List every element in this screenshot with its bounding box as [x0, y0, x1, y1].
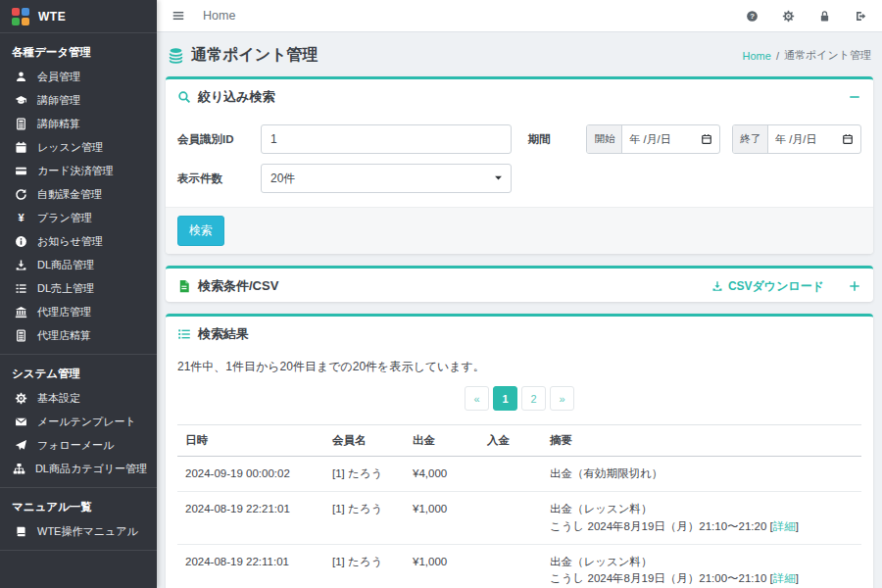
per-page-label: 表示件数: [177, 172, 261, 186]
sidebar-section: マニュアル一覧WTE操作マニュアル: [0, 488, 157, 551]
sidebar-item[interactable]: カード決済管理: [0, 159, 157, 182]
sidebar-item[interactable]: 講師精算: [0, 112, 157, 135]
sidebar-item-label: 講師精算: [37, 117, 80, 131]
lock-icon[interactable]: [818, 10, 831, 23]
cell-summary: 出金（レッスン料）こうし 2024年8月19日（月）21:00〜21:10 [詳…: [542, 544, 861, 588]
cell-deposit: [479, 544, 542, 588]
paper-plane-icon: [13, 439, 28, 452]
sidebar-item[interactable]: 代理店管理: [0, 300, 157, 323]
pagination: «12»: [177, 386, 861, 411]
sidebar-section-header: マニュアル一覧: [0, 491, 157, 519]
breadcrumb-separator: /: [776, 50, 779, 62]
csv-card-title: 検索条件/CSV: [198, 277, 278, 295]
sidebar-item[interactable]: 代理店精算: [0, 323, 157, 347]
sidebar-item[interactable]: DL商品カテゴリー管理: [0, 457, 157, 480]
topbar-home-link[interactable]: Home: [203, 9, 235, 23]
period-end-placeholder: 年 /月/日: [768, 125, 842, 153]
filter-row-1: 会員識別ID 期間 開始 年 /月/日 終了 年 /月/日: [177, 124, 861, 154]
sidebar-item[interactable]: 講師管理: [0, 88, 157, 112]
detail-link[interactable]: 詳細: [773, 520, 796, 532]
sidebar-item[interactable]: 基本設定: [0, 386, 157, 410]
pagination-page-2[interactable]: 2: [521, 386, 546, 411]
summary-line: 出金（レッスン料）: [550, 501, 854, 517]
calendar-small-icon[interactable]: [701, 125, 719, 153]
logout-icon[interactable]: [855, 10, 867, 23]
credit-card-icon: [13, 165, 28, 177]
csv-card-header: 検索条件/CSV CSVダウンロード: [166, 269, 873, 302]
page-title-text: 通常ポイント管理: [191, 45, 318, 66]
help-icon[interactable]: ?: [746, 10, 759, 23]
period-end-prefix: 終了: [733, 125, 768, 153]
hamburger-icon[interactable]: [172, 9, 185, 23]
cell-datetime: 2024-09-19 00:00:02: [177, 457, 324, 492]
minus-icon[interactable]: [848, 90, 861, 104]
cell-withdrawal: ¥1,000: [405, 544, 479, 588]
sidebar-section: システム管理基本設定メールテンプレートフォローメールDL商品カテゴリー管理: [0, 355, 157, 488]
cell-member: [1] たろう: [324, 492, 405, 545]
detail-link[interactable]: 詳細: [773, 572, 796, 584]
refresh-icon: [13, 188, 28, 201]
results-table-head: 日時会員名出金入金摘要: [177, 425, 861, 457]
sidebar-section-header: システム管理: [0, 358, 157, 386]
plus-icon[interactable]: [848, 279, 861, 293]
breadcrumb-current: 通常ポイント管理: [784, 48, 871, 63]
sidebar-item[interactable]: レッスン管理: [0, 135, 157, 159]
results-card-body: 21件中、1件目から20件目までの20件を表示しています。 «12» 日時会員名…: [166, 350, 873, 588]
filter-row-2: 表示件数 20件: [177, 164, 861, 193]
per-page-select[interactable]: 20件: [261, 164, 512, 193]
sidebar-item-label: 代理店精算: [37, 328, 91, 343]
search-button[interactable]: 検索: [177, 216, 224, 246]
breadcrumb-home-link[interactable]: Home: [743, 50, 771, 62]
sidebar-item-label: DL商品カテゴリー管理: [35, 462, 147, 476]
cell-datetime: 2024-08-19 22:21:01: [177, 492, 324, 545]
cell-withdrawal: ¥1,000: [405, 492, 479, 545]
sidebar-item[interactable]: DL商品管理: [0, 253, 157, 276]
gear-icon[interactable]: [782, 10, 795, 23]
summary-line: こうし 2024年8月19日（月）21:00〜21:10 [詳細]: [550, 570, 854, 587]
sidebar-item-label: 講師管理: [37, 93, 80, 108]
member-id-label: 会員識別ID: [177, 132, 261, 147]
sidebar-item[interactable]: メールテンプレート: [0, 410, 157, 433]
results-card-header: 検索結果: [166, 317, 873, 350]
sidebar-item-label: レッスン管理: [37, 140, 103, 155]
member-id-input[interactable]: [261, 124, 512, 154]
csv-download-link[interactable]: CSVダウンロード: [711, 278, 824, 295]
sidebar-item[interactable]: DL売上管理: [0, 276, 157, 300]
summary-line: 出金（有効期限切れ）: [550, 466, 854, 482]
results-column-header: 出金: [405, 425, 479, 457]
main-area: Home ? 通常ポイント管理 Home / 通常ポイント管理 絞り込み検索: [157, 0, 882, 588]
sidebar-item-label: 自動課金管理: [37, 187, 102, 202]
filter-card-footer: 検索: [166, 207, 873, 254]
pagination-prev[interactable]: «: [465, 386, 489, 411]
csv-card: 検索条件/CSV CSVダウンロード: [166, 266, 873, 302]
period-start-date-input[interactable]: 開始 年 /月/日: [586, 124, 720, 154]
sidebar-item-label: お知らせ管理: [37, 234, 103, 249]
filter-card: 絞り込み検索 会員識別ID 期間 開始 年 /月/日 終了 年 /月/日: [166, 76, 873, 254]
calculator-icon: [13, 118, 28, 130]
period-end-date-input[interactable]: 終了 年 /月/日: [732, 124, 861, 154]
graduation-cap-icon: [13, 94, 28, 107]
sidebar-item[interactable]: 会員管理: [0, 65, 157, 88]
calendar-small-icon[interactable]: [842, 125, 860, 153]
sidebar-item[interactable]: WTE操作マニュアル: [0, 519, 157, 543]
sidebar-item[interactable]: お知らせ管理: [0, 229, 157, 253]
yen-icon: ¥: [13, 212, 28, 224]
sidebar-item-label: フォローメール: [37, 438, 114, 453]
sidebar-item[interactable]: フォローメール: [0, 433, 157, 457]
results-summary: 21件中、1件目から20件目までの20件を表示しています。: [177, 359, 861, 375]
pagination-next[interactable]: »: [550, 386, 574, 411]
sidebar-item[interactable]: 自動課金管理: [0, 182, 157, 206]
info-icon: [13, 235, 28, 248]
results-column-header: 摘要: [542, 425, 861, 457]
pagination-page-1[interactable]: 1: [493, 386, 517, 411]
brand[interactable]: WTE: [0, 0, 157, 33]
cell-deposit: [479, 492, 542, 545]
results-column-header: 日時: [177, 425, 324, 457]
calculator-icon: [13, 329, 28, 342]
csv-download-label: CSVダウンロード: [728, 278, 824, 295]
topbar-right-icons: ?: [746, 10, 867, 23]
period-label: 期間: [528, 132, 587, 147]
sidebar-item-label: 会員管理: [37, 70, 80, 84]
search-icon: [177, 90, 191, 104]
sidebar-item[interactable]: ¥プラン管理: [0, 206, 157, 229]
